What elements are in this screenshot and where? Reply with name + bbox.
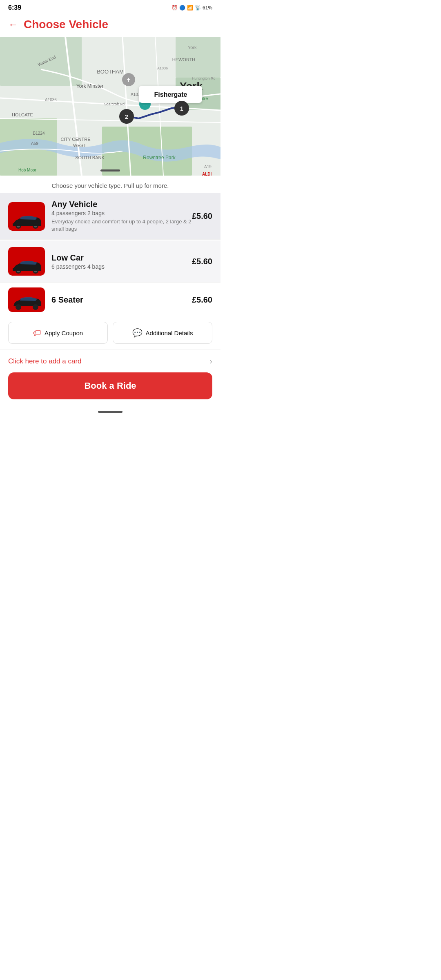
vehicle-info-low: Low Car 6 passengers 4 bags [45, 253, 192, 270]
action-buttons: 🏷 Apply Coupon 💬 Additional Details [0, 316, 220, 350]
vehicle-item-seater[interactable]: 6 Seater £5.60 [0, 283, 220, 316]
svg-point-55 [33, 304, 38, 310]
svg-text:BOOTHAM: BOOTHAM [97, 69, 124, 75]
apply-coupon-button[interactable]: 🏷 Apply Coupon [8, 322, 108, 344]
page-title: Choose Vehicle [24, 18, 108, 31]
svg-text:2: 2 [125, 114, 128, 120]
svg-text:1: 1 [180, 105, 183, 112]
details-label: Additional Details [146, 330, 193, 336]
header: ← Choose Vehicle [0, 14, 220, 37]
svg-text:ALDI: ALDI [202, 172, 212, 176]
wifi-icon: 📶 [187, 5, 193, 11]
svg-text:A1036: A1036 [157, 66, 168, 70]
svg-text:HOLGATE: HOLGATE [12, 112, 33, 117]
svg-point-54 [16, 304, 21, 310]
bottom-indicator [0, 408, 220, 419]
svg-text:York Minster: York Minster [76, 83, 103, 89]
svg-text:York: York [188, 45, 197, 50]
status-icons: ⏰ 🔵 📶 📡 61% [172, 5, 212, 11]
details-icon: 💬 [132, 328, 143, 338]
svg-text:Fishergate: Fishergate [154, 91, 187, 98]
vehicle-image-seater [8, 287, 45, 312]
vehicle-meta-any: 4 passengers 2 bags [51, 210, 192, 216]
bluetooth-icon: 🔵 [179, 5, 185, 11]
status-bar: 6:39 ⏰ 🔵 📶 📡 61% [0, 0, 220, 14]
vehicle-price-low: £5.60 [192, 257, 212, 266]
vehicle-image-any [8, 202, 45, 231]
vehicle-info-any: Any Vehicle 4 passengers 2 bags Everyday… [45, 200, 192, 233]
map-svg: BOOTHAM York Minster HOLGATE B1224 A59 C… [0, 37, 220, 176]
vehicle-item-any[interactable]: Any Vehicle 4 passengers 2 bags Everyday… [0, 193, 220, 240]
bottom-pill [98, 411, 122, 413]
book-ride-button[interactable]: Book a Ride [8, 372, 212, 399]
svg-text:...: ... [143, 102, 147, 107]
map-view: BOOTHAM York Minster HOLGATE B1224 A59 C… [0, 37, 220, 176]
coupon-label: Apply Coupon [45, 330, 83, 336]
signal-icon: 📡 [195, 5, 201, 11]
chevron-right-icon: › [209, 356, 212, 366]
svg-text:A59: A59 [31, 141, 38, 146]
vehicle-name-any: Any Vehicle [51, 200, 192, 209]
vehicle-name-low: Low Car [51, 253, 192, 263]
battery-text: 61% [203, 5, 212, 11]
add-card-text: Click here to add a card [8, 357, 82, 365]
svg-text:SOUTH BANK: SOUTH BANK [75, 155, 105, 160]
svg-text:Rowntree Park: Rowntree Park [143, 155, 176, 160]
vehicle-info-seater: 6 Seater [45, 295, 192, 305]
vehicle-image-low [8, 247, 45, 276]
additional-details-button[interactable]: 💬 Additional Details [113, 322, 212, 344]
svg-text:A1036: A1036 [45, 98, 57, 102]
svg-text:HEWORTH: HEWORTH [172, 57, 196, 62]
vehicle-item-low[interactable]: Low Car 6 passengers 4 bags £5.60 [0, 241, 220, 283]
status-time: 6:39 [8, 4, 21, 11]
svg-text:✝: ✝ [126, 77, 131, 83]
back-button[interactable]: ← [8, 19, 18, 30]
svg-text:Scarcroft Rd: Scarcroft Rd [104, 102, 125, 106]
svg-text:WEST: WEST [73, 143, 86, 148]
svg-text:Hob Moor: Hob Moor [18, 168, 37, 172]
svg-text:CITY CENTRE: CITY CENTRE [60, 137, 90, 142]
add-card-row[interactable]: Click here to add a card › [0, 350, 220, 372]
vehicle-meta-low: 6 passengers 4 bags [51, 263, 192, 270]
vehicle-subtitle: Choose your vehicle type. Pull up for mo… [0, 176, 220, 193]
coupon-icon: 🏷 [33, 328, 41, 338]
map-drag-handle[interactable] [100, 169, 120, 172]
svg-text:A19: A19 [204, 165, 212, 169]
vehicle-name-seater: 6 Seater [51, 295, 192, 305]
vehicle-desc-any: Everyday choice and comfort for up to 4 … [51, 218, 192, 233]
svg-text:B1224: B1224 [33, 131, 45, 136]
vehicle-price-any: £5.60 [192, 212, 212, 221]
vehicle-list: Any Vehicle 4 passengers 2 bags Everyday… [0, 193, 220, 316]
alarm-icon: ⏰ [172, 5, 178, 11]
vehicle-price-seater: £5.60 [192, 295, 212, 305]
